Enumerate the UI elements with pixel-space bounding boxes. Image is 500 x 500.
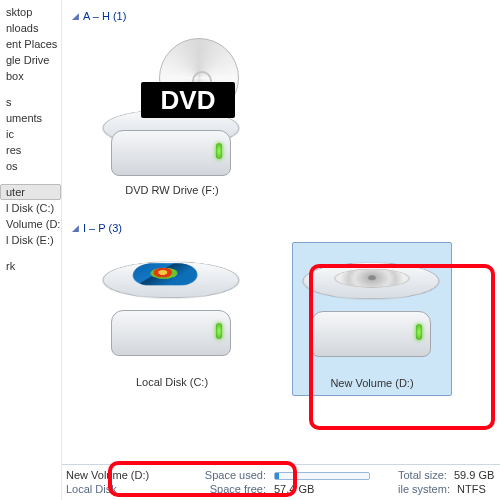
group-header-ip[interactable]: ◢ I – P (3) [72, 222, 494, 234]
status-total-value: 59.9 GB [454, 469, 494, 481]
status-title: New Volume (D:) [66, 469, 176, 482]
nav-tree: sktop nloads ent Places gle Drive box s … [0, 0, 62, 500]
sidebar-item-new-volume-d[interactable]: Volume (D:) [0, 216, 61, 232]
status-used-bar-cell [274, 469, 394, 482]
sidebar-item-local-disk-e[interactable]: l Disk (E:) [0, 232, 61, 248]
sidebar-item-recent-places[interactable]: ent Places [0, 36, 61, 52]
drive-label: DVD RW Drive (F:) [125, 184, 218, 196]
hard-drive-icon [97, 250, 247, 370]
status-free-value: 57.4 GB [274, 483, 394, 496]
sidebar-item-documents[interactable]: uments [0, 110, 61, 126]
dvd-drive-icon: DVD [97, 38, 247, 178]
sidebar-item-desktop[interactable]: sktop [0, 4, 61, 20]
sidebar-item-videos[interactable]: os [0, 158, 61, 174]
group-header-ah[interactable]: ◢ A – H (1) [72, 10, 494, 22]
sidebar-item-music[interactable]: ic [0, 126, 61, 142]
status-fs-label: ile system: [398, 483, 454, 495]
sidebar-item-local-disk-c[interactable]: l Disk (C:) [0, 200, 61, 216]
drive-new-volume-d[interactable]: New Volume (D:) [292, 242, 452, 396]
drive-list: ◢ A – H (1) DVD DVD RW Drive (F:) ◢ I – … [62, 0, 500, 464]
sidebar-item-libraries[interactable]: s [0, 94, 61, 110]
collapse-icon: ◢ [72, 223, 79, 233]
group-label: I – P (3) [83, 222, 122, 234]
usage-bar [274, 472, 370, 480]
status-fs-value: NTFS [457, 483, 486, 495]
sidebar-item-dropbox[interactable]: box [0, 68, 61, 84]
collapse-icon: ◢ [72, 11, 79, 21]
status-total-label: Total size: [398, 469, 451, 481]
details-pane: New Volume (D:) Space used: Total size: … [62, 464, 500, 500]
sidebar-item-computer[interactable]: uter [0, 184, 61, 200]
status-type: Local Disk [66, 483, 176, 496]
sidebar-item-network[interactable]: rk [0, 258, 61, 274]
status-used-label: Space used: [180, 469, 270, 482]
drive-label: Local Disk (C:) [136, 376, 208, 388]
drive-local-disk-c[interactable]: Local Disk (C:) [92, 242, 252, 396]
sidebar-item-google-drive[interactable]: gle Drive [0, 52, 61, 68]
hard-drive-icon [297, 251, 447, 371]
sidebar-item-pictures[interactable]: res [0, 142, 61, 158]
drive-dvd-rw-f[interactable]: DVD DVD RW Drive (F:) [92, 30, 252, 202]
status-free-label: Space free: [180, 483, 270, 496]
group-label: A – H (1) [83, 10, 126, 22]
drive-label: New Volume (D:) [330, 377, 413, 389]
sidebar-item-downloads[interactable]: nloads [0, 20, 61, 36]
